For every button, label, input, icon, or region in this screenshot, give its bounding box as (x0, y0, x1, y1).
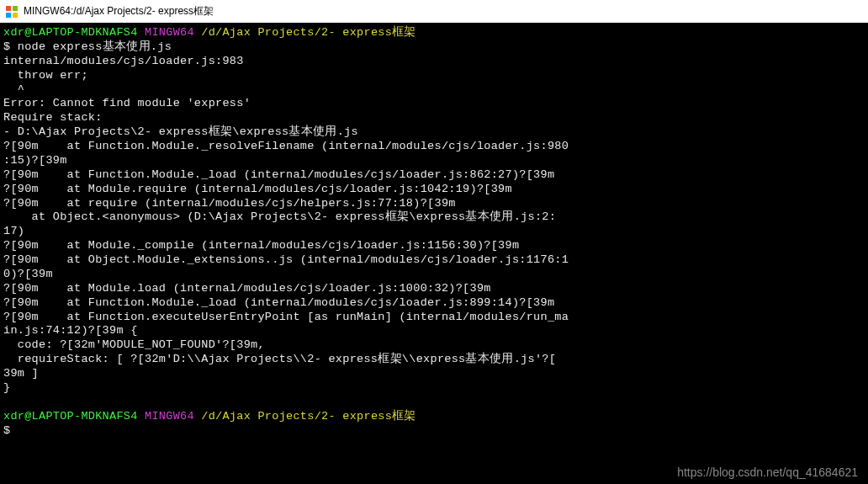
mingw-icon (5, 5, 19, 19)
svg-rect-0 (6, 6, 11, 11)
output-line: 17) (3, 225, 865, 239)
output-line: in.js:74:12)?[39m { (3, 324, 865, 338)
output-line: - D:\Ajax Projects\2- express框架\express基… (3, 125, 865, 140)
output-line: at Object.<anonymous> (D:\Ajax Projects\… (3, 210, 865, 225)
user-host: xdr@LAPTOP-MDKNAFS4 (3, 410, 138, 423)
output-line: } (3, 381, 865, 396)
output-line: ?[90m at Function.Module._load (internal… (3, 168, 865, 183)
output-line: ?[90m at Object.Module._extensions..js (… (3, 253, 865, 268)
output-line: requireStack: [ ?[32m'D:\\Ajax Projects\… (3, 353, 865, 367)
output-line: ?[90m at Module._compile (internal/modul… (3, 239, 865, 253)
output-line: 39m ] (3, 367, 865, 381)
watermark: https://blog.csdn.net/qq_41684621 (677, 465, 858, 479)
terminal[interactable]: xdr@LAPTOP-MDKNAFS4 MINGW64 /d/Ajax Proj… (0, 23, 868, 441)
output-line: 0)?[39m (3, 268, 865, 282)
output-line: ?[90m at require (internal/modules/cjs/h… (3, 197, 865, 211)
output-line: throw err; (3, 69, 865, 83)
svg-rect-2 (6, 13, 11, 18)
output-line: ^ (3, 83, 865, 98)
titlebar-text: MINGW64:/d/Ajax Projects/2- express框架 (24, 4, 214, 19)
prompt-line: xdr@LAPTOP-MDKNAFS4 MINGW64 /d/Ajax Proj… (3, 26, 865, 40)
output-line: ?[90m at Function.Module._load (internal… (3, 296, 865, 311)
output-line: code: ?[32m'MODULE_NOT_FOUND'?[39m, (3, 338, 865, 353)
prompt-line: xdr@LAPTOP-MDKNAFS4 MINGW64 /d/Ajax Proj… (3, 410, 865, 424)
command: node express基本使用.js (18, 40, 172, 53)
svg-rect-1 (13, 6, 18, 11)
output-line: :15)?[39m (3, 154, 865, 168)
dollar: $ (3, 40, 10, 53)
output-line: ?[90m at Module.load (internal/modules/c… (3, 282, 865, 296)
output-line: Require stack: (3, 111, 865, 125)
env: MINGW64 (145, 410, 194, 423)
path: /d/Ajax Projects/2- express框架 (201, 26, 415, 39)
user-host: xdr@LAPTOP-MDKNAFS4 (3, 26, 138, 39)
output-line: internal/modules/cjs/loader.js:983 (3, 55, 865, 69)
prompt-input[interactable]: $ (3, 424, 865, 439)
dollar: $ (3, 424, 10, 437)
blank-line (3, 396, 865, 410)
command-line: $ node express基本使用.js (3, 40, 865, 55)
svg-rect-3 (13, 13, 18, 18)
env: MINGW64 (145, 26, 194, 39)
output-line: Error: Cannot find module 'express' (3, 97, 865, 111)
output-line: ?[90m at Module.require (internal/module… (3, 183, 865, 197)
path: /d/Ajax Projects/2- express框架 (201, 410, 415, 423)
output-line: ?[90m at Function.Module._resolveFilenam… (3, 140, 865, 154)
output-line: ?[90m at Function.executeUserEntryPoint … (3, 311, 865, 325)
titlebar: MINGW64:/d/Ajax Projects/2- express框架 (0, 0, 868, 23)
